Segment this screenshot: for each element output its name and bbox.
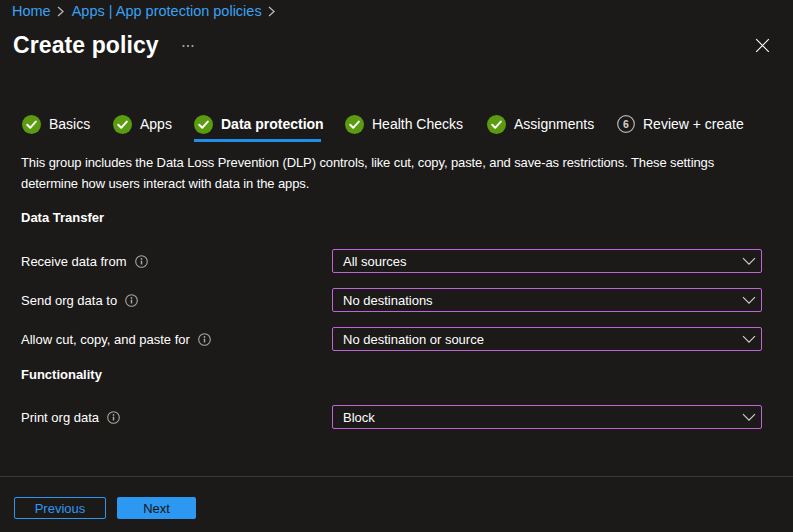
svg-text:6: 6: [623, 118, 629, 130]
